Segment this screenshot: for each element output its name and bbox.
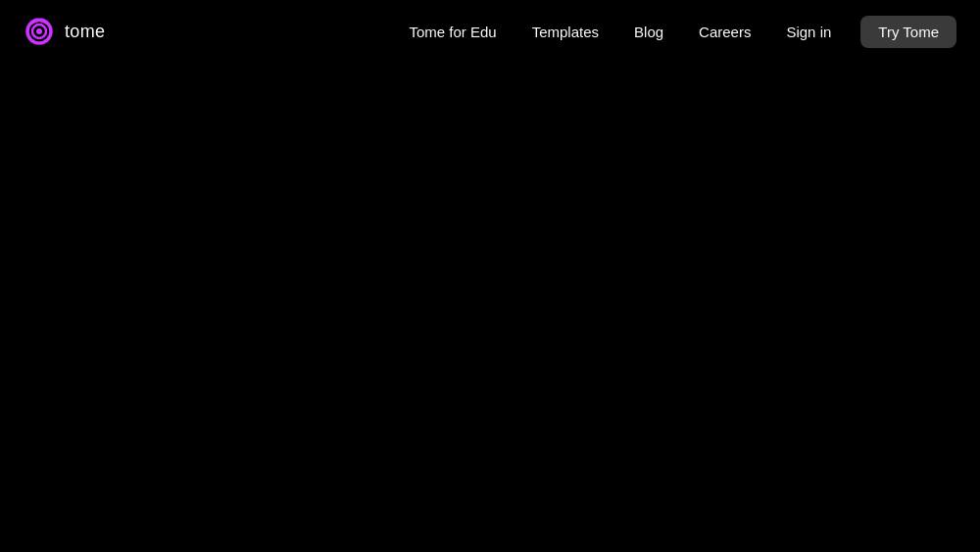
- nav-link-blog[interactable]: Blog: [620, 16, 677, 48]
- nav-links: Tome for Edu Templates Blog Careers Sign…: [395, 16, 956, 48]
- svg-point-0: [36, 28, 42, 34]
- main-content: [0, 63, 980, 552]
- nav-link-tome-for-edu[interactable]: Tome for Edu: [395, 16, 510, 48]
- nav-link-sign-in[interactable]: Sign in: [772, 16, 845, 48]
- navbar: tome Tome for Edu Templates Blog Careers…: [0, 0, 980, 63]
- nav-link-templates[interactable]: Templates: [518, 16, 612, 48]
- logo-text: tome: [65, 22, 105, 42]
- try-tome-button[interactable]: Try Tome: [860, 16, 956, 48]
- logo-area: tome: [24, 16, 105, 47]
- logo-icon[interactable]: [24, 16, 55, 47]
- nav-link-careers[interactable]: Careers: [685, 16, 764, 48]
